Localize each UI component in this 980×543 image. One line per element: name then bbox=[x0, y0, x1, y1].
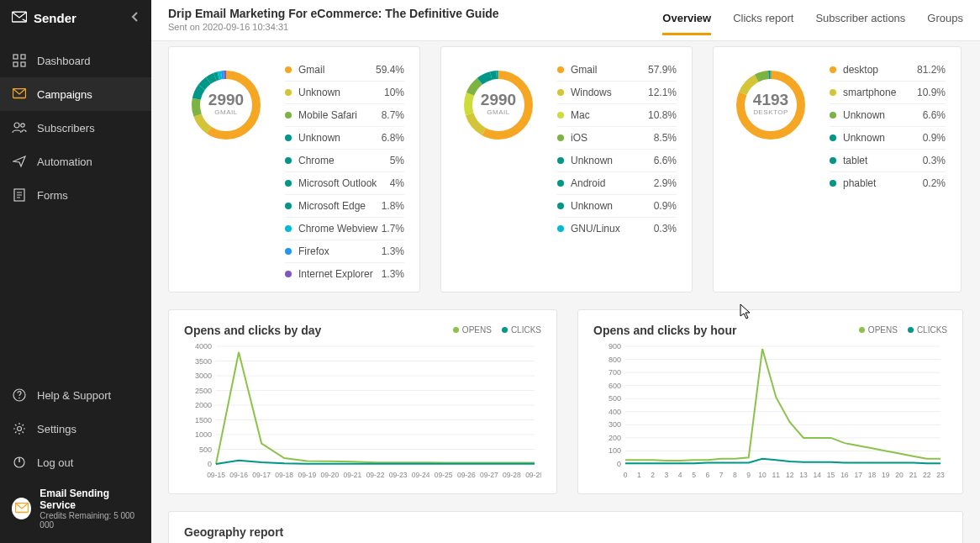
legend-dot-icon bbox=[557, 134, 564, 141]
sidebar-item-settings[interactable]: Settings bbox=[0, 412, 151, 445]
legend-dot-icon bbox=[908, 327, 914, 333]
svg-text:09-26: 09-26 bbox=[457, 471, 476, 479]
stat-value: 2.9% bbox=[654, 177, 677, 189]
sidebar-item-logout[interactable]: Log out bbox=[0, 445, 151, 479]
avatar bbox=[12, 498, 31, 519]
svg-text:09-22: 09-22 bbox=[366, 471, 385, 479]
dashboard-icon bbox=[12, 53, 27, 68]
stat-row: desktop 81.2% bbox=[830, 59, 946, 82]
stat-value: 8.5% bbox=[654, 132, 677, 144]
stat-label: desktop bbox=[843, 64, 878, 76]
stat-label: tablet bbox=[843, 155, 867, 166]
account-block[interactable]: Email Sending Service Credits Remaining:… bbox=[0, 479, 151, 543]
svg-text:16: 16 bbox=[840, 471, 849, 479]
svg-text:09-19: 09-19 bbox=[298, 471, 316, 479]
sidebar-item-label: Automation bbox=[37, 156, 92, 168]
svg-text:09-15: 09-15 bbox=[207, 471, 225, 479]
header-tabs: Overview Clicks report Subscriber action… bbox=[662, 7, 963, 35]
sidebar-collapse-button[interactable] bbox=[131, 10, 140, 25]
campaigns-icon bbox=[12, 87, 27, 102]
stat-row: Chrome Webview 1.7% bbox=[285, 218, 404, 240]
svg-rect-1 bbox=[13, 55, 18, 59]
stat-row: Android 2.9% bbox=[557, 172, 677, 195]
stat-value: 10% bbox=[384, 87, 404, 98]
sidebar-item-automation[interactable]: Automation bbox=[0, 145, 151, 178]
svg-text:2000: 2000 bbox=[195, 401, 212, 409]
svg-text:13: 13 bbox=[799, 471, 808, 479]
stat-value: 0.2% bbox=[923, 177, 946, 189]
svg-text:1500: 1500 bbox=[195, 416, 212, 424]
svg-text:3000: 3000 bbox=[195, 372, 212, 380]
stat-card: 2990GMAIL Gmail 59.4% Unknown 10% Mobile… bbox=[168, 46, 420, 293]
svg-text:200: 200 bbox=[609, 434, 621, 442]
stat-row: Unknown 10% bbox=[285, 82, 404, 104]
svg-text:09-17: 09-17 bbox=[252, 471, 271, 479]
tab-groups[interactable]: Groups bbox=[927, 7, 963, 35]
sidebar-item-subscribers[interactable]: Subscribers bbox=[0, 111, 151, 145]
legend-dot-icon bbox=[453, 327, 459, 333]
stat-label: Windows bbox=[571, 87, 612, 98]
stat-row: Gmail 59.4% bbox=[285, 59, 404, 82]
sidebar-item-help[interactable]: Help & Support bbox=[0, 378, 151, 412]
svg-rect-2 bbox=[21, 55, 25, 59]
stat-value: 10.9% bbox=[917, 87, 946, 98]
sidebar-item-label: Settings bbox=[37, 423, 76, 435]
stat-label: Chrome Webview bbox=[298, 223, 377, 235]
svg-text:2990: 2990 bbox=[208, 91, 244, 108]
sidebar-item-label: Help & Support bbox=[37, 389, 111, 402]
svg-text:500: 500 bbox=[199, 445, 212, 454]
svg-text:9: 9 bbox=[746, 471, 751, 479]
tab-clicks-report[interactable]: Clicks report bbox=[733, 7, 793, 35]
legend-item: OPENS bbox=[859, 325, 898, 335]
stat-row: Internet Explorer 1.3% bbox=[285, 263, 404, 285]
sidebar-item-label: Campaigns bbox=[37, 88, 92, 101]
svg-text:12: 12 bbox=[786, 471, 794, 479]
svg-text:0: 0 bbox=[208, 460, 212, 468]
svg-text:09-16: 09-16 bbox=[229, 471, 248, 479]
tab-subscriber-actions[interactable]: Subscriber actions bbox=[815, 7, 905, 35]
page-subtitle: Sent on 2020-09-16 10:34:31 bbox=[168, 22, 499, 32]
svg-text:09-18: 09-18 bbox=[275, 471, 293, 479]
chart-plot: 0100200300400500600700800900012345678910… bbox=[593, 340, 947, 485]
stat-row: Microsoft Outlook 4% bbox=[285, 172, 404, 195]
stat-value: 5% bbox=[390, 155, 404, 166]
stat-row: Unknown 0.9% bbox=[557, 195, 677, 218]
stat-row: Unknown 6.8% bbox=[285, 127, 404, 150]
account-name: Email Sending Service bbox=[40, 488, 140, 511]
svg-point-6 bbox=[14, 123, 19, 128]
sidebar-item-forms[interactable]: Forms bbox=[0, 178, 151, 212]
svg-text:19: 19 bbox=[882, 471, 890, 479]
stat-label: Microsoft Outlook bbox=[298, 177, 377, 189]
svg-text:11: 11 bbox=[772, 471, 781, 479]
sidebar-item-campaigns[interactable]: Campaigns bbox=[0, 77, 151, 111]
sidebar-item-dashboard[interactable]: Dashboard bbox=[0, 44, 151, 77]
sidebar-item-label: Dashboard bbox=[37, 55, 91, 67]
sender-logo-icon bbox=[12, 10, 27, 25]
svg-rect-3 bbox=[13, 62, 18, 66]
legend-dot-icon bbox=[830, 89, 836, 96]
svg-text:4: 4 bbox=[678, 471, 682, 479]
tab-overview[interactable]: Overview bbox=[662, 7, 711, 35]
svg-text:4193: 4193 bbox=[753, 91, 788, 108]
stat-list: Gmail 57.9% Windows 12.1% Mac 10.8% iOS … bbox=[557, 59, 677, 285]
brand-name: Sender bbox=[34, 11, 76, 25]
legend-dot-icon bbox=[557, 89, 564, 96]
legend-dot-icon bbox=[285, 66, 292, 73]
stat-label: Unknown bbox=[571, 200, 613, 212]
stat-label: Unknown bbox=[298, 132, 340, 144]
svg-text:800: 800 bbox=[609, 356, 621, 364]
svg-point-7 bbox=[21, 124, 24, 127]
brand-logo[interactable]: Sender bbox=[12, 10, 76, 25]
legend-dot-icon bbox=[557, 180, 564, 187]
svg-text:10: 10 bbox=[758, 471, 767, 479]
svg-point-13 bbox=[18, 398, 20, 399]
stat-row: Microsoft Edge 1.8% bbox=[285, 195, 404, 218]
stat-card: 2990GMAIL Gmail 57.9% Windows 12.1% Mac … bbox=[440, 46, 693, 293]
svg-text:400: 400 bbox=[609, 408, 621, 416]
svg-text:3500: 3500 bbox=[195, 357, 212, 366]
legend-dot-icon bbox=[830, 112, 836, 119]
svg-rect-4 bbox=[21, 62, 25, 66]
svg-text:0: 0 bbox=[624, 471, 628, 479]
sidebar-item-label: Subscribers bbox=[37, 122, 95, 134]
legend-dot-icon bbox=[285, 112, 292, 119]
